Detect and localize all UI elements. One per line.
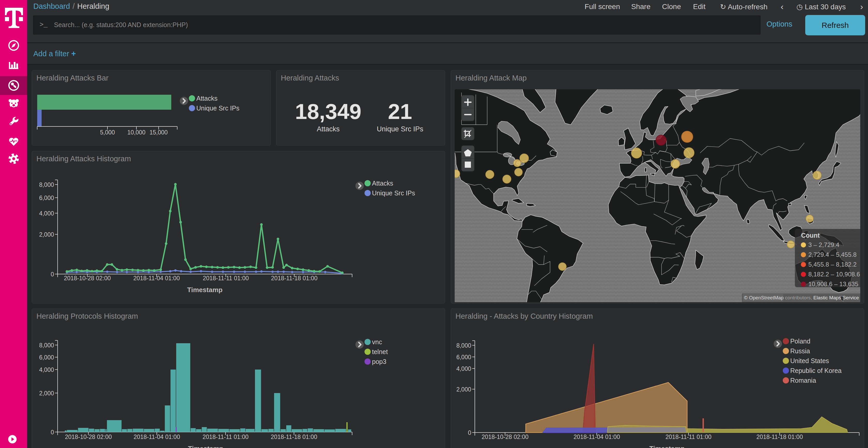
svg-text:Attacks: Attacks [372, 180, 393, 187]
svg-text:Timestamp: Timestamp [188, 445, 223, 448]
svg-text:2018-11-18 01:00: 2018-11-18 01:00 [271, 275, 317, 281]
svg-text:0: 0 [51, 271, 54, 278]
svg-text:2,729.4 – 5,455.8: 2,729.4 – 5,455.8 [808, 251, 857, 258]
svg-text:Republic of Korea: Republic of Korea [790, 367, 842, 374]
svg-text:6,000: 6,000 [39, 354, 54, 361]
svg-text:5,000: 5,000 [100, 129, 115, 136]
svg-text:8,000: 8,000 [39, 342, 54, 349]
svg-text:2018-10-28 02:00: 2018-10-28 02:00 [482, 434, 529, 440]
svg-text:© OpenStreetMap contributors,: © OpenStreetMap contributors, Elastic Ma… [744, 295, 859, 300]
svg-text:0: 0 [468, 429, 471, 436]
svg-text:Russia: Russia [790, 347, 810, 354]
svg-text:15,000: 15,000 [150, 129, 168, 136]
svg-text:2018-10-28 02:00: 2018-10-28 02:00 [64, 275, 111, 281]
svg-text:Timestamp: Timestamp [649, 445, 685, 448]
svg-text:2018-11-04 01:00: 2018-11-04 01:00 [133, 275, 180, 281]
svg-text:8,182.2 – 10,908.6: 8,182.2 – 10,908.6 [808, 271, 860, 278]
svg-text:Poland: Poland [790, 338, 810, 345]
svg-text:United States: United States [790, 357, 829, 365]
svg-text:Unique Src IPs: Unique Src IPs [372, 189, 415, 197]
svg-text:2018-11-11 01:00: 2018-11-11 01:00 [665, 434, 711, 440]
svg-text:3 – 2,729.4: 3 – 2,729.4 [808, 241, 839, 248]
svg-text:10,908.6 – 13,635: 10,908.6 – 13,635 [808, 280, 859, 287]
svg-text:4,000: 4,000 [39, 367, 54, 373]
svg-text:Attacks: Attacks [196, 95, 218, 102]
svg-text:vnc: vnc [372, 338, 382, 346]
svg-text:pop3: pop3 [372, 358, 386, 365]
svg-text:2018-11-18 01:00: 2018-11-18 01:00 [756, 434, 803, 440]
svg-text:telnet: telnet [372, 348, 388, 355]
svg-text:4,000: 4,000 [456, 366, 471, 372]
svg-text:5,455.8 – 8,182.2: 5,455.8 – 8,182.2 [808, 261, 857, 268]
svg-text:2,000: 2,000 [456, 386, 471, 393]
svg-text:Count: Count [801, 232, 820, 239]
svg-text:6,000: 6,000 [39, 195, 54, 201]
svg-text:2,000: 2,000 [39, 390, 54, 397]
svg-text:2,000: 2,000 [39, 231, 54, 238]
svg-text:0: 0 [51, 429, 54, 436]
svg-text:2018-11-11 01:00: 2018-11-11 01:00 [203, 434, 249, 440]
svg-text:2018-10-28 02:00: 2018-10-28 02:00 [65, 434, 112, 440]
svg-text:4,000: 4,000 [39, 210, 54, 217]
svg-text:8,000: 8,000 [39, 181, 54, 188]
svg-text:10,000: 10,000 [127, 129, 146, 136]
svg-text:2018-11-11 01:00: 2018-11-11 01:00 [203, 275, 249, 281]
svg-text:2018-11-18 01:00: 2018-11-18 01:00 [271, 434, 317, 440]
svg-text:Romania: Romania [790, 377, 816, 384]
svg-text:2018-11-04 01:00: 2018-11-04 01:00 [574, 434, 620, 440]
svg-text:2018-11-04 01:00: 2018-11-04 01:00 [133, 434, 180, 440]
svg-text:6,000: 6,000 [456, 354, 471, 360]
svg-text:Timestamp: Timestamp [187, 286, 223, 294]
svg-text:8,000: 8,000 [456, 342, 471, 349]
svg-text:Unique Src IPs: Unique Src IPs [196, 105, 240, 112]
